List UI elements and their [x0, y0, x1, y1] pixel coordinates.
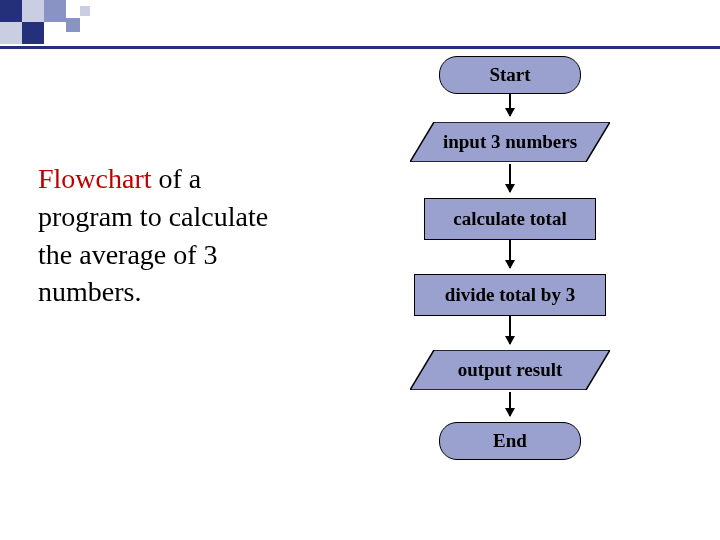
end-label: End: [493, 430, 527, 452]
slide-corner-decoration: [0, 0, 120, 42]
divide-label: divide total by 3: [445, 284, 575, 306]
calc-total-label: calculate total: [453, 208, 566, 230]
io-output: output result: [410, 350, 610, 390]
terminator-start: Start: [439, 56, 581, 94]
highlight-word: Flowchart: [38, 163, 152, 194]
horizontal-rule: [0, 46, 720, 49]
arrow: [509, 94, 511, 116]
terminator-end: End: [439, 422, 581, 460]
start-label: Start: [489, 64, 530, 86]
flowchart: Start input 3 numbers calculate total di…: [320, 56, 700, 536]
arrow: [509, 316, 511, 344]
input-label: input 3 numbers: [410, 122, 610, 162]
arrow: [509, 392, 511, 416]
process-divide: divide total by 3: [414, 274, 606, 316]
io-input: input 3 numbers: [410, 122, 610, 162]
description-text: Flowchart of a program to calculate the …: [38, 160, 298, 311]
arrow: [509, 164, 511, 192]
arrow: [509, 240, 511, 268]
process-calc-total: calculate total: [424, 198, 596, 240]
output-label: output result: [410, 350, 610, 390]
